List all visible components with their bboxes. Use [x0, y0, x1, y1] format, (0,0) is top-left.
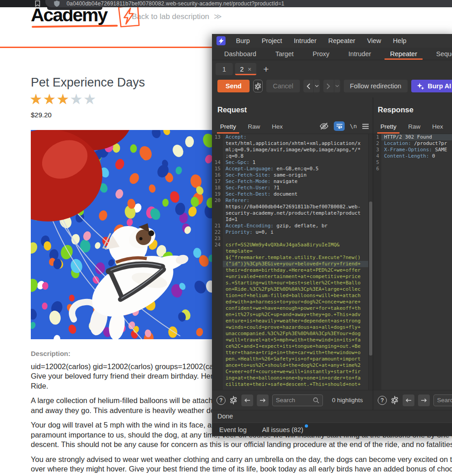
- request-search-box[interactable]: [272, 394, 323, 406]
- repeater-tab-1[interactable]: 1: [216, 63, 233, 75]
- word-wrap-icon[interactable]: [334, 121, 345, 131]
- response-search-box[interactable]: [433, 394, 452, 406]
- close-tab-icon[interactable]: ×: [248, 66, 251, 73]
- tab-repeater[interactable]: Repeater: [380, 48, 427, 60]
- highlights-count: 0 highlights: [332, 397, 363, 404]
- product-title: Pet Experience Days: [31, 76, 145, 90]
- tab-target[interactable]: Target: [266, 48, 303, 60]
- editor-row: ;q=0.8: [212, 153, 373, 159]
- response-tab-hex[interactable]: Hex: [426, 120, 449, 133]
- tab-intruder[interactable]: Intruder: [339, 48, 380, 60]
- browser-toolbar: 0a0400db04e72691811b7bef00780082.web-sec…: [0, 0, 452, 7]
- history-forward-group[interactable]: [323, 80, 340, 92]
- editor-row: 14Sec-Gpc: 1: [212, 159, 373, 166]
- star-icon: ★: [70, 91, 83, 107]
- search-settings-gear-icon[interactable]: [229, 396, 238, 404]
- response-tab-pretty[interactable]: Pretty: [375, 120, 402, 133]
- request-tab-pretty[interactable]: Pretty: [214, 120, 242, 133]
- editor-row: enture+is+heavily+weather+dependent+as+s…: [212, 318, 373, 324]
- back-to-lab-link[interactable]: Back to lab description ≫: [132, 12, 222, 21]
- request-tab-raw[interactable]: Raw: [242, 120, 266, 133]
- request-search-bar: ? 0 highlights: [212, 390, 373, 410]
- burp-ai-label: Burp AI: [428, 80, 451, 92]
- editor-row: 13Accept:: [212, 134, 373, 140]
- editor-row: https://0a0400db04e72691811b7bef00780082…: [212, 204, 373, 210]
- history-back-dropdown-icon: [313, 80, 320, 92]
- response-tab-raw[interactable]: Raw: [402, 120, 426, 133]
- request-editor-icons: \n: [319, 121, 369, 131]
- tab-sequencer[interactable]: Sequencer: [427, 48, 452, 60]
- search-next-button[interactable]: [257, 394, 269, 406]
- bookmark-icon[interactable]: [35, 0, 40, 7]
- product-image: [31, 130, 212, 339]
- event-bar: Event log All issues (82): [212, 423, 452, 436]
- url-text[interactable]: 0a0400db04e72691811b7bef00780082.web-sec…: [67, 0, 284, 7]
- burp-suite-window: BurpProjectIntruderRepeaterViewHelp Dash…: [212, 34, 452, 436]
- back-link-label: Back to lab description: [132, 12, 209, 21]
- event-log-tab[interactable]: Event log: [219, 426, 246, 433]
- search-prev-button[interactable]: [403, 394, 414, 406]
- burp-main-tabs: DashboardTargetProxyIntruderRepeaterSequ…: [212, 48, 452, 60]
- repeater-tab-strip: 12×+: [212, 62, 452, 77]
- product-price: $29.20: [31, 111, 52, 119]
- menu-item-burp[interactable]: Burp: [230, 37, 256, 44]
- history-back-group[interactable]: [303, 80, 320, 92]
- search-prev-button[interactable]: [241, 394, 253, 406]
- editor-row: security-academy.net/product/template?pr…: [212, 210, 373, 216]
- add-tab-button[interactable]: +: [263, 65, 269, 74]
- request-scrollbar[interactable]: [368, 134, 373, 390]
- follow-redirection-button[interactable]: Follow redirection: [344, 80, 408, 92]
- menu-item-view[interactable]: View: [361, 37, 387, 44]
- response-editor[interactable]: 1HTTP/2 302 Found2Location: /product?pr3…: [373, 134, 452, 390]
- request-editor[interactable]: 13Accept:text/html,application/xhtml+xml…: [212, 134, 373, 390]
- request-panel: Request PrettyRawHex \n 13Accept:text/ht…: [212, 97, 373, 410]
- search-next-button[interactable]: [418, 394, 430, 406]
- history-forward-icon: [323, 80, 333, 92]
- editor-row: 23: [212, 236, 373, 242]
- tab-proxy[interactable]: Proxy: [303, 48, 339, 60]
- url-bar-bottom: [47, 7, 102, 10]
- editor-row: ing+at+the+balloons+one+by+one+in+order+…: [212, 375, 373, 381]
- response-search-bar: ?: [373, 390, 452, 410]
- menu-item-help[interactable]: Help: [387, 37, 413, 44]
- shield-icon[interactable]: [54, 0, 60, 7]
- star-rating: ★★★★★: [29, 91, 96, 108]
- send-settings-gear-icon[interactable]: [253, 80, 263, 92]
- all-issues-tab[interactable]: All issues (82): [262, 426, 303, 433]
- hide-nonprintable-eye-off-icon[interactable]: [319, 122, 329, 130]
- request-tab-hex[interactable]: Hex: [266, 120, 289, 133]
- menu-item-repeater[interactable]: Repeater: [322, 37, 361, 44]
- cancel-button[interactable]: Cancel: [266, 80, 299, 92]
- star-icon: ★: [43, 91, 57, 107]
- search-icon: [313, 397, 319, 404]
- editor-row: en+it%27s+up%2C+up+and+away+they+go.+Thi…: [212, 312, 373, 318]
- search-settings-gear-icon[interactable]: [390, 396, 399, 404]
- repeater-tab-2[interactable]: 2×: [235, 63, 256, 75]
- help-icon[interactable]: ?: [216, 396, 226, 405]
- editor-row: ${"freemarker.template.utility.Execute"?…: [212, 255, 373, 261]
- history-back-icon: [303, 80, 313, 92]
- editor-row: pen.+Health+%26+Safety+is+of+paramount+i…: [212, 356, 373, 362]
- burp-ai-button[interactable]: Burp AI: [411, 80, 452, 92]
- editor-row: Id=1: [212, 216, 373, 223]
- status-bar: Done: [212, 410, 452, 423]
- send-button[interactable]: Send: [217, 80, 250, 92]
- help-icon[interactable]: ?: [378, 396, 387, 405]
- editor-row: template=: [212, 248, 373, 255]
- request-search-input[interactable]: [276, 397, 311, 404]
- request-scrollbar-thumb: [369, 202, 372, 356]
- editor-menu-hamburger-icon[interactable]: [362, 124, 369, 129]
- response-search-input[interactable]: [437, 397, 452, 404]
- menu-item-intruder[interactable]: Intruder: [288, 37, 322, 44]
- editor-row: ("id")}%3Cp%3EGive+your+beloved+furry+fr…: [212, 261, 373, 267]
- editor-row: tter+than+a+trip+in+the+car+with+the+win…: [212, 350, 373, 356]
- editor-row: +unrivaled+entertainment+at+competitive+…: [212, 274, 373, 280]
- burp-menubar: BurpProjectIntruderRepeaterViewHelp: [212, 34, 452, 48]
- menu-item-project[interactable]: Project: [256, 37, 288, 44]
- editor-row: unaccompanied.%3C%2Fp%3E%0D%0A%3Cp%3EYou…: [212, 331, 373, 337]
- show-newlines-icon[interactable]: \n: [350, 123, 357, 130]
- repeater-toolbar: Send Cancel Follow redirection: [212, 78, 452, 94]
- editor-row: 17Sec-Fetch-Mode: navigate: [212, 178, 373, 185]
- tab-dashboard[interactable]: Dashboard: [215, 48, 266, 60]
- editor-row: on+Ride.%3C%2Fp%3E%0D%0A%3Cp%3EA+large+c…: [212, 286, 373, 293]
